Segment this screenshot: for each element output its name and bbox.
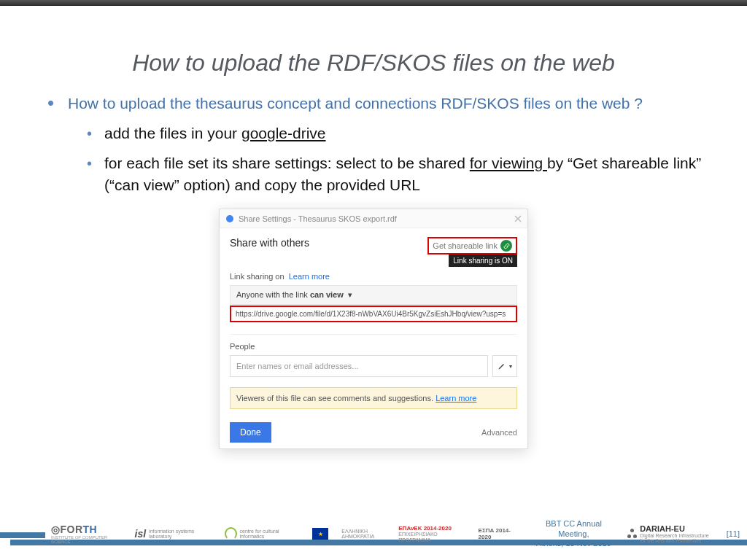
bullet-main: How to upload the thesaurus concept and … xyxy=(47,95,711,195)
dariah-textblock: DARIAH-EU Digital Research Infrastructur… xyxy=(640,524,713,544)
footer-stripe xyxy=(0,532,45,538)
permission-bold: can view xyxy=(310,290,344,299)
cci-icon xyxy=(225,527,237,540)
footer-row: ◎FORTH INSTITUTE OF COMPUTER SCIENCE isl… xyxy=(51,519,740,548)
dialog-body: Share with others Get shareable link Lin… xyxy=(220,228,527,448)
dialog-header-row: Share with others Get shareable link Lin… xyxy=(230,237,517,254)
epanek-text: ΕΠΑνΕΚ 2014-2020 xyxy=(398,525,465,532)
epanek-logo: ΕΠΑνΕΚ 2014-2020 ΕΠΙΧΕΙΡΗΣΙΑΚΟ ΠΡΟΓΡΑΜΜΑ xyxy=(398,525,465,542)
forth-sub: INSTITUTE OF COMPUTER SCIENCE xyxy=(51,535,122,544)
isl-logo: isl information systems laboratory xyxy=(135,528,212,540)
sub2-pre: for each file set its share settings: se… xyxy=(104,155,470,171)
link-icon xyxy=(500,240,512,252)
dialog-titlebar: Share Settings - Thesaurus SKOS export.r… xyxy=(220,209,527,228)
epanek-sub: ΕΠΙΧΕΙΡΗΣΙΑΚΟ ΠΡΟΓΡΑΜΜΑ xyxy=(398,532,465,542)
dialog-footer: Done Advanced xyxy=(230,422,517,443)
slide-title: How to upload the RDF/SKOS files on the … xyxy=(36,50,711,77)
eu-flag-logo: ★ xyxy=(312,528,328,540)
sub-bullet-2: for each file set its share settings: se… xyxy=(68,152,711,195)
sub2-underline: for viewing xyxy=(470,155,547,171)
sub-bullet-1: add the files in your google-drive xyxy=(68,122,711,144)
meeting-info: BBT CC Annual Meeting, Athens, 13 Nov 20… xyxy=(533,519,615,548)
dialog-container: Share Settings - Thesaurus SKOS export.r… xyxy=(36,209,711,449)
sub1-underline: google-drive xyxy=(241,125,326,141)
permission-pre: Anyone with the link xyxy=(236,290,310,299)
people-row: Enter names or email addresses... ▾ xyxy=(230,355,517,377)
slide-content: How to upload the RDF/SKOS files on the … xyxy=(0,6,747,516)
people-label: People xyxy=(230,342,517,351)
espa-text: ΕΣΠΑ 2014-2020 xyxy=(479,527,520,540)
people-input[interactable]: Enter names or email addresses... xyxy=(230,355,488,377)
get-shareable-link-label: Get shareable link xyxy=(433,241,498,250)
link-sharing-row: Link sharing on Learn more xyxy=(230,272,517,281)
dialog-window-title: Share Settings - Thesaurus SKOS export.r… xyxy=(239,214,397,223)
cci-text: centre for cultural informatics xyxy=(240,529,300,540)
drive-icon xyxy=(225,214,234,223)
get-shareable-link-button[interactable]: Get shareable link Link sharing is ON xyxy=(427,237,517,254)
placeholder-text: Enter names or email addresses... xyxy=(236,362,359,370)
svg-point-0 xyxy=(226,215,233,222)
greek-gov-logo: ΕΛΛΗΝΙΚΗ ΔΗΜΟΚΡΑΤΙΑ xyxy=(341,529,385,540)
sub-bullet-list: add the files in your google-drive for e… xyxy=(68,122,711,195)
forth-logo: ◎FORTH INSTITUTE OF COMPUTER SCIENCE xyxy=(51,524,122,544)
banner-learn-more-link[interactable]: Learn more xyxy=(436,394,476,402)
permission-dropdown[interactable]: Anyone with the link can view ▾ xyxy=(230,285,517,305)
learn-more-link[interactable]: Learn more xyxy=(289,272,330,281)
meeting-line1: BBT CC Annual Meeting, xyxy=(533,519,615,538)
cci-logo: centre for cultural informatics xyxy=(225,527,300,540)
advanced-link[interactable]: Advanced xyxy=(481,428,517,437)
espa-logo: ΕΣΠΑ 2014-2020 xyxy=(479,527,520,540)
dariah-sub: Digital Research Infrastructure for the … xyxy=(640,533,713,544)
share-url-field[interactable]: https://drive.google.com/file/d/1X23f8-n… xyxy=(230,306,517,322)
isl-text: isl xyxy=(135,528,147,540)
sub1-pre: add the files in your xyxy=(104,125,241,141)
meeting-line2: Athens, 13 Nov 2019 xyxy=(533,539,615,548)
forth-text: ◎FORTH xyxy=(51,524,97,535)
page-number: [11] xyxy=(727,529,740,538)
banner-text: Viewers of this file can see comments an… xyxy=(236,394,433,402)
link-sharing-label: Link sharing on xyxy=(230,272,285,281)
dariah-logo: DARIAH-EU Digital Research Infrastructur… xyxy=(627,524,713,544)
bullet-list: How to upload the thesaurus concept and … xyxy=(36,95,711,195)
window-chrome-bar xyxy=(0,0,747,6)
dariah-text: DARIAH-EU xyxy=(640,524,713,533)
bullet-main-text: How to upload the thesaurus concept and … xyxy=(68,95,643,112)
share-dialog: Share Settings - Thesaurus SKOS export.r… xyxy=(219,209,528,449)
dariah-icon xyxy=(627,529,637,539)
edit-permission-button[interactable]: ▾ xyxy=(492,355,517,377)
isl-sub: information systems laboratory xyxy=(149,529,212,540)
eu-flag-icon: ★ xyxy=(312,528,328,540)
close-icon[interactable] xyxy=(514,215,522,222)
link-sharing-tooltip: Link sharing is ON xyxy=(449,254,517,267)
pencil-icon xyxy=(498,362,506,370)
divider xyxy=(230,334,517,335)
done-button[interactable]: Done xyxy=(230,422,271,443)
info-banner: Viewers of this file can see comments an… xyxy=(230,387,517,409)
share-with-others-label: Share with others xyxy=(230,237,309,249)
slide-footer: ◎FORTH INSTITUTE OF COMPUTER SCIENCE isl… xyxy=(0,519,747,548)
